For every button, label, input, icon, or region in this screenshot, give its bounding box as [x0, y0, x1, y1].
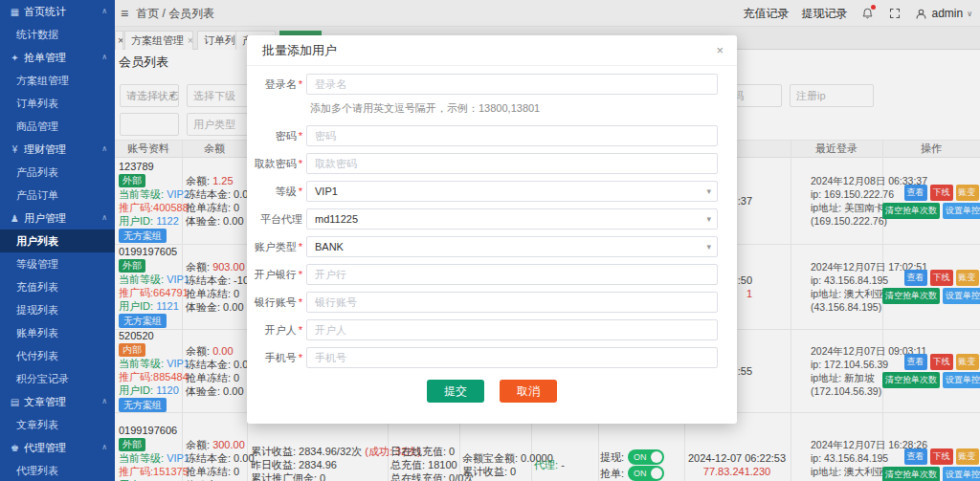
- form-field-取款密码: 取款密码*: [253, 153, 718, 174]
- sidebar-item-label: 用户列表: [16, 235, 58, 247]
- field-select-平台代理[interactable]: md11225▾: [306, 208, 718, 230]
- field-label: 银行账号*: [253, 295, 306, 310]
- sidebar-item-label: 代理管理: [24, 442, 66, 453]
- sidebar-item-label: 文章管理: [24, 396, 66, 407]
- sidebar-item-代理列表[interactable]: 代理列表: [0, 459, 115, 481]
- sidebar-item-用户列表[interactable]: 用户列表: [0, 230, 115, 252]
- field-select-账户类型[interactable]: BANK▾: [306, 236, 718, 257]
- sidebar-section-代理管理[interactable]: ♚代理管理∧: [0, 436, 115, 459]
- sidebar-item-统计数据[interactable]: 统计数据: [0, 23, 115, 46]
- field-label: 平台代理: [253, 212, 306, 227]
- close-icon[interactable]: ×: [716, 43, 724, 58]
- sidebar-item-label: 方案组管理: [16, 75, 69, 86]
- sidebar-item-充值列表[interactable]: 充值列表: [0, 275, 115, 298]
- sidebar-item-账单列表[interactable]: 账单列表: [0, 321, 115, 344]
- sidebar-item-label: 首页统计: [24, 6, 66, 17]
- field-label: 手机号*: [253, 351, 306, 365]
- form-field-账户类型: 账户类型*BANK▾: [253, 236, 718, 257]
- sidebar-item-label: 提现列表: [16, 304, 58, 316]
- required-asterisk: *: [299, 324, 302, 336]
- sidebar-item-积分宝记录[interactable]: 积分宝记录: [0, 367, 115, 390]
- field-input-手机号[interactable]: [306, 347, 718, 368]
- chevron-up-icon: ∧: [101, 46, 107, 69]
- select-value: BANK: [315, 241, 344, 252]
- sidebar-item-商品管理[interactable]: 商品管理: [0, 115, 115, 138]
- required-asterisk: *: [299, 296, 302, 308]
- sidebar-item-label: 产品列表: [16, 166, 58, 178]
- sidebar-item-产品订单[interactable]: 产品订单: [0, 184, 115, 207]
- agent-icon: ♚: [9, 437, 21, 460]
- article-icon: ▤: [9, 391, 21, 414]
- sidebar-item-label: 订单列表: [16, 98, 58, 109]
- batch-add-user-modal: 批量添加用户 × 登录名*添加多个请用英文逗号隔开，示例：13800,13801…: [247, 35, 737, 424]
- sidebar-section-用户管理[interactable]: ♟用户管理∧: [0, 207, 115, 230]
- sidebar-item-方案组管理[interactable]: 方案组管理: [0, 69, 115, 92]
- chevron-down-icon: ▾: [706, 182, 711, 201]
- user-icon: ♟: [9, 208, 21, 230]
- field-input-密码[interactable]: [306, 125, 718, 146]
- sidebar-item-label: 充值列表: [16, 281, 58, 293]
- form-field-密码: 密码*: [253, 125, 718, 146]
- sidebar-item-label: 抢单管理: [24, 52, 66, 63]
- cancel-button[interactable]: 取消: [500, 380, 557, 403]
- form-field-平台代理: 平台代理md11225▾: [253, 208, 718, 230]
- form-field-等级: 等级*VIP1▾: [253, 181, 718, 202]
- sidebar-item-文章列表[interactable]: 文章列表: [0, 413, 115, 436]
- field-input-开户人[interactable]: [306, 319, 718, 340]
- select-value: md11225: [315, 213, 358, 225]
- sidebar-section-抢单管理[interactable]: ✦抢单管理∧: [0, 46, 115, 69]
- sidebar-item-等级管理[interactable]: 等级管理: [0, 252, 115, 275]
- sidebar-item-label: 文章列表: [16, 419, 58, 430]
- sidebar-item-label: 商品管理: [16, 120, 58, 132]
- field-input-取款密码[interactable]: [306, 153, 718, 174]
- field-select-等级[interactable]: VIP1▾: [306, 181, 718, 202]
- required-asterisk: *: [299, 269, 302, 280]
- required-asterisk: *: [299, 241, 302, 252]
- chart-icon: ▦: [9, 1, 21, 24]
- chevron-up-icon: ∧: [101, 207, 107, 230]
- sidebar-item-提现列表[interactable]: 提现列表: [0, 298, 115, 321]
- field-input-开户银行[interactable]: [306, 264, 718, 285]
- field-label: 开户银行*: [253, 268, 306, 282]
- modal-buttons: 提交 取消: [247, 380, 737, 403]
- sidebar-item-label: 代付列表: [16, 350, 58, 361]
- sidebar-item-label: 产品订单: [16, 189, 58, 201]
- modal-body: 登录名*添加多个请用英文逗号隔开，示例：13800,13801密码*取款密码*等…: [247, 66, 737, 368]
- field-label: 取款密码*: [253, 157, 306, 171]
- sidebar-section-文章管理[interactable]: ▤文章管理∧: [0, 390, 115, 413]
- field-input-登录名[interactable]: [306, 74, 718, 95]
- field-label: 登录名*: [253, 77, 306, 92]
- sidebar-item-label: 代理列表: [16, 465, 58, 476]
- chevron-down-icon: ▾: [706, 237, 711, 256]
- field-label: 密码*: [253, 129, 306, 143]
- field-label: 账户类型*: [253, 240, 306, 254]
- sidebar-section-理财管理[interactable]: ¥理财管理∧: [0, 138, 115, 161]
- sidebar-item-label: 理财管理: [24, 143, 66, 155]
- sidebar-item-label: 等级管理: [16, 258, 58, 270]
- modal-title: 批量添加用户: [247, 35, 737, 66]
- sidebar-section-首页统计[interactable]: ▦首页统计∧: [0, 0, 115, 23]
- required-asterisk: *: [299, 130, 302, 142]
- form-helper-text: 添加多个请用英文逗号隔开，示例：13800,13801: [310, 101, 718, 116]
- sidebar-item-产品列表[interactable]: 产品列表: [0, 161, 115, 184]
- chevron-up-icon: ∧: [101, 0, 107, 23]
- sidebar-item-代付列表[interactable]: 代付列表: [0, 344, 115, 367]
- field-label: 开户人*: [253, 323, 306, 338]
- form-field-开户人: 开户人*: [253, 319, 718, 340]
- sidebar-item-订单列表[interactable]: 订单列表: [0, 92, 115, 115]
- sidebar: ▦首页统计∧统计数据✦抢单管理∧方案组管理订单列表商品管理¥理财管理∧产品列表产…: [0, 0, 115, 481]
- field-input-银行账号[interactable]: [306, 292, 718, 313]
- select-value: VIP1: [315, 186, 338, 197]
- sidebar-item-label: 账单列表: [16, 327, 58, 339]
- required-asterisk: *: [299, 186, 302, 197]
- submit-button[interactable]: 提交: [427, 380, 484, 403]
- required-asterisk: *: [299, 352, 302, 363]
- sidebar-item-label: 用户管理: [24, 212, 66, 224]
- field-label: 等级*: [253, 185, 306, 199]
- sidebar-item-label: 统计数据: [16, 29, 58, 40]
- required-asterisk: *: [299, 158, 302, 169]
- form-field-开户银行: 开户银行*: [253, 264, 718, 285]
- chevron-up-icon: ∧: [101, 390, 107, 413]
- required-asterisk: *: [299, 78, 302, 90]
- chevron-up-icon: ∧: [101, 436, 107, 459]
